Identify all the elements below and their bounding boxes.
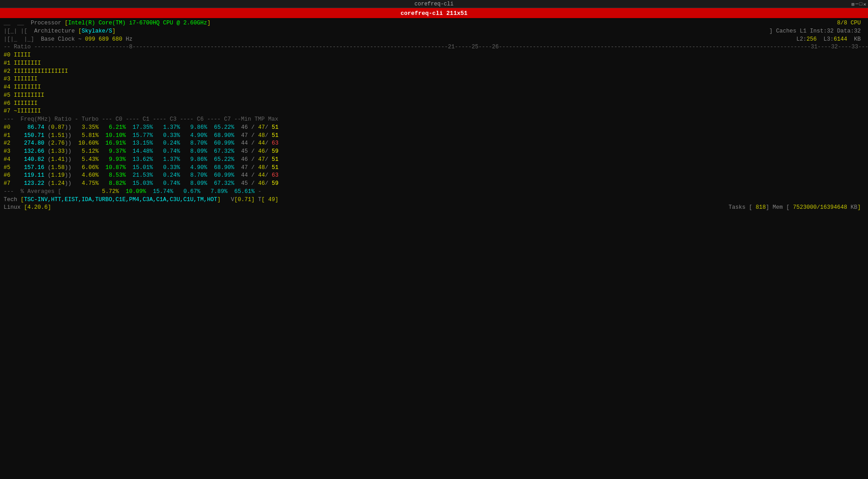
processor-line: __ __ Processor [Intel(R) Core(TM) i7-67… [4,19,864,28]
core-bar-1: #1 IIIIIIII [4,60,864,68]
titlebar-icon1[interactable]: ⊞ [852,1,855,7]
titlebar-icon3[interactable]: □ [859,1,863,7]
titlebar-controls: ⊞ ─ □ ✕ [852,0,866,8]
data-row-4: #4 140.82 (1.41)) 5.43% 9.93% 13.62% 1.3… [4,156,864,164]
core-bar-5: #5 IIIIIIIII [4,92,864,100]
data-row-3: #3 132.66 (1.33)) 5.12% 9.37% 14.48% 0.7… [4,148,864,156]
core-bar-7: #7 ~IIIIIII [4,108,864,116]
titlebar-icon4[interactable]: ✕ [863,1,866,7]
menubar: corefreq-cli 211x51 [0,8,868,18]
data-row-7: #7 123.22 (1.24)) 4.75% 8.82% 15.03% 0.7… [4,180,864,188]
titlebar-title: corefreq-cli [415,1,453,7]
core-bar-6: #6 IIIIIII [4,100,864,108]
tech-line: Tech [TSC-INV,HTT,EIST,IDA,TURBO,C1E,PM4… [4,196,864,204]
baseclock-line: |[|_ |_] Base Clock ~ 099 689 680 HzL2:2… [4,36,864,44]
table-header: --- Freq(MHz) Ratio - Turbo --- C0 ---- … [4,116,864,124]
averages-row: --- % Averages [ 5.72% 10.09% 15.74% 0.6… [4,188,864,196]
architecture-line: |[_| |[ Architecture [Skylake/S]] Caches… [4,28,864,36]
menubar-subtitle: corefreq-cli 211x51 [401,10,467,17]
data-row-0: #0 86.74 (0.87)) 3.35% 6.21% 17.35% 1.37… [4,124,864,132]
titlebar: corefreq-cli ⊞ ─ □ ✕ [0,0,868,8]
data-row-2: #2 274.80 (2.76)) 10.60% 16.91% 13.15% 0… [4,140,864,148]
core-bar-4: #4 IIIIIIII [4,84,864,92]
core-bar-0: #0 IIIII [4,52,864,60]
linux-line: Linux [4.20.6]Tasks [ 818] Mem [ 7523000… [4,204,864,212]
core-bar-2: #2 IIIIIIIIIIIIIIII [4,68,864,76]
data-row-5: #5 157.16 (1.58)) 6.06% 10.87% 15.01% 0.… [4,164,864,172]
ratio-header: -- Ratio ----------------------------8--… [4,43,864,52]
terminal: __ __ Processor [Intel(R) Core(TM) i7-67… [0,18,868,479]
main-window: corefreq-cli ⊞ ─ □ ✕ corefreq-cli 211x51… [0,0,868,479]
data-row-6: #6 119.11 (1.19)) 4.60% 8.53% 21.53% 0.2… [4,172,864,180]
data-row-1: #1 150.71 (1.51)) 5.81% 10.10% 15.77% 0.… [4,132,864,140]
titlebar-icon2[interactable]: ─ [855,1,859,7]
core-bar-3: #3 IIIIIII [4,75,864,84]
